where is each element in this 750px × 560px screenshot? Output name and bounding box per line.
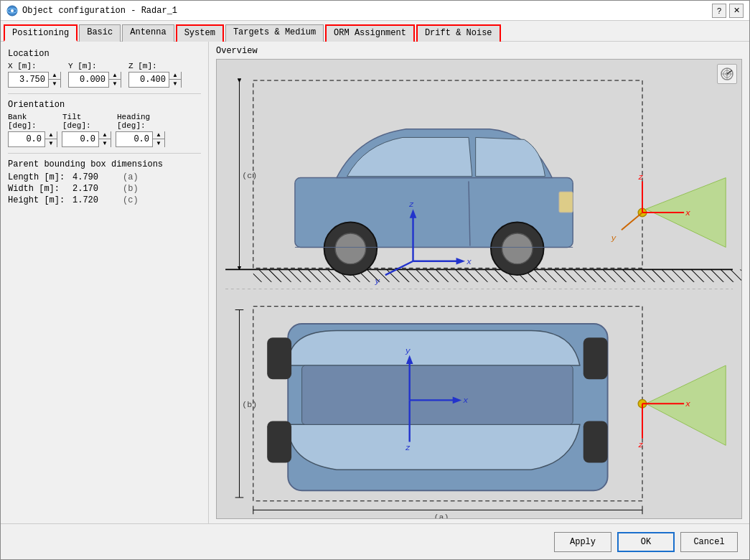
width-value: 2.170: [72, 184, 116, 194]
heading-input[interactable]: [116, 132, 152, 146]
length-letter: (a): [123, 172, 139, 182]
location-inputs-row: X [m]: ▲ ▼ Y [m]:: [8, 62, 201, 88]
help-button[interactable]: ?: [712, 4, 726, 18]
tab-basic[interactable]: Basic: [79, 24, 121, 42]
svg-text:z: z: [638, 440, 643, 449]
height-key: Height [m]:: [8, 195, 72, 205]
tilt-decrement[interactable]: ▼: [99, 139, 111, 147]
heading-decrement[interactable]: ▼: [153, 139, 164, 147]
ok-button[interactable]: OK: [617, 532, 675, 552]
bank-increment[interactable]: ▲: [45, 131, 57, 139]
divider-2: [8, 153, 201, 154]
tab-positioning[interactable]: Positioning: [4, 24, 78, 42]
svg-text:z: z: [638, 172, 643, 182]
svg-text:x: x: [462, 396, 468, 405]
bank-col-label: Bank [deg]:: [8, 113, 60, 130]
svg-text:z: z: [409, 200, 414, 209]
car-top-group: [267, 324, 607, 490]
bank-decrement[interactable]: ▼: [45, 139, 57, 147]
length-row: Length [m]: 4.790 (a): [8, 172, 201, 182]
tilt-input[interactable]: [62, 132, 98, 146]
svg-rect-50: [583, 337, 608, 379]
svg-text:x: x: [685, 399, 690, 409]
length-key: Length [m]:: [8, 172, 72, 182]
heading-increment[interactable]: ▲: [153, 131, 164, 139]
svg-text:(c): (c): [242, 171, 257, 180]
orientation-header: Bank [deg]: Tilt [deg]: Heading [deg]:: [8, 113, 201, 130]
bbox-section: Parent bounding box dimensions Length [m…: [8, 159, 201, 205]
tab-drift-noise[interactable]: Drift & Noise: [416, 24, 501, 42]
svg-text:z: z: [406, 443, 411, 452]
x-spinbox[interactable]: ▲ ▼: [8, 72, 61, 88]
heading-spinbox[interactable]: ▲ ▼: [116, 131, 165, 147]
x-decrement[interactable]: ▼: [49, 80, 60, 88]
tab-bar: Positioning Basic Antenna System Targets…: [1, 21, 749, 42]
bank-spinbox-arrows: ▲ ▼: [44, 131, 57, 147]
width-row: Width [m]: 2.170 (b): [8, 184, 201, 194]
apply-button[interactable]: Apply: [554, 532, 611, 552]
x-spinbox-arrows: ▲ ▼: [48, 72, 60, 88]
x-label: X [m]:: [8, 62, 37, 70]
window-title: Object configuration - Radar_1: [22, 6, 177, 16]
svg-marker-33: [456, 258, 466, 265]
title-bar: Object configuration - Radar_1 ? ✕: [1, 1, 749, 21]
right-panel: Overview: [209, 42, 749, 523]
svg-text:y: y: [405, 346, 411, 355]
z-spinbox-arrows: ▲ ▼: [169, 72, 181, 88]
x-increment[interactable]: ▲: [49, 72, 60, 80]
svg-rect-11: [253, 269, 741, 281]
svg-text:(a): (a): [434, 513, 449, 518]
y-spinbox[interactable]: ▲ ▼: [68, 72, 121, 88]
svg-point-2: [11, 9, 14, 12]
svg-text:x: x: [466, 257, 472, 266]
radar-icon: [720, 67, 734, 81]
tilt-spinbox[interactable]: ▲ ▼: [62, 131, 111, 147]
left-panel: Location X [m]: ▲ ▼ Y [m]:: [1, 42, 209, 523]
z-spinbox[interactable]: ▲ ▼: [128, 72, 182, 88]
svg-line-27: [622, 213, 642, 230]
bank-spinbox[interactable]: ▲ ▼: [8, 131, 57, 147]
svg-rect-48: [302, 365, 573, 424]
svg-text:y: y: [610, 233, 617, 243]
car-side-group: [295, 129, 573, 275]
close-button[interactable]: ✕: [729, 4, 744, 18]
overview-svg: (c): [217, 60, 741, 518]
y-decrement[interactable]: ▼: [109, 80, 121, 88]
radar-view-button[interactable]: [717, 64, 737, 84]
cancel-button[interactable]: Cancel: [680, 532, 738, 552]
y-increment[interactable]: ▲: [109, 72, 121, 80]
divider-1: [8, 93, 201, 94]
bbox-label: Parent bounding box dimensions: [8, 159, 201, 169]
svg-rect-19: [559, 192, 573, 213]
width-key: Width [m]:: [8, 184, 72, 194]
main-window: Object configuration - Radar_1 ? ✕ Posit…: [0, 0, 750, 560]
x-coord-group: X [m]: ▲ ▼: [8, 62, 61, 88]
z-decrement[interactable]: ▼: [169, 80, 181, 88]
z-label: Z [m]:: [128, 62, 157, 70]
y-label: Y [m]:: [68, 62, 97, 70]
svg-text:y: y: [374, 276, 380, 286]
z-input[interactable]: [129, 73, 169, 87]
tab-orm-assignment[interactable]: ORM Assignment: [325, 24, 415, 42]
width-letter: (b): [123, 184, 139, 194]
tab-targets-medium[interactable]: Targets & Medium: [225, 24, 324, 42]
height-letter: (c): [123, 195, 139, 205]
heading-spinbox-arrows: ▲ ▼: [152, 131, 164, 147]
tilt-increment[interactable]: ▲: [99, 131, 111, 139]
z-increment[interactable]: ▲: [169, 72, 181, 80]
orientation-inputs: ▲ ▼ ▲ ▼ ▲: [8, 131, 201, 147]
z-coord-group: Z [m]: ▲ ▼: [128, 62, 182, 88]
length-value: 4.790: [72, 172, 116, 182]
tab-system[interactable]: System: [176, 24, 224, 42]
app-icon: [6, 5, 18, 17]
tab-antenna[interactable]: Antenna: [122, 24, 174, 42]
x-input[interactable]: [9, 73, 48, 87]
overview-label: Overview: [216, 46, 742, 56]
svg-point-15: [335, 233, 366, 264]
bank-input[interactable]: [9, 132, 44, 146]
svg-text:x: x: [685, 208, 690, 218]
y-coord-group: Y [m]: ▲ ▼: [68, 62, 121, 88]
overview-canvas: (c): [216, 59, 742, 519]
tilt-spinbox-arrows: ▲ ▼: [98, 131, 111, 147]
y-input[interactable]: [69, 73, 108, 87]
